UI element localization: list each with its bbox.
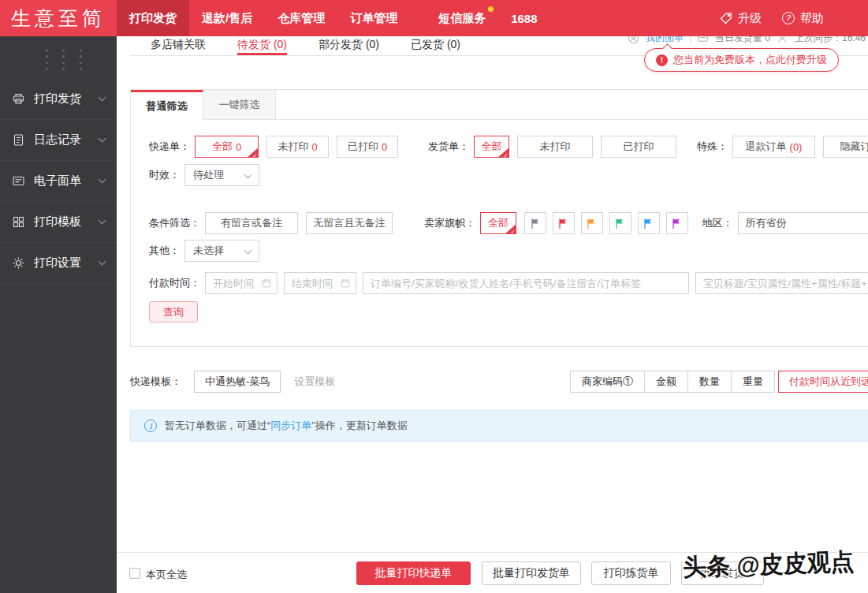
upgrade-notice[interactable]: ! 您当前为免费版本，点此付费升级 xyxy=(644,48,839,72)
batch-print-ship-button[interactable]: 批量打印发货单 xyxy=(482,561,581,585)
chevron-down-icon xyxy=(244,170,252,178)
select-all-checkbox[interactable] xyxy=(129,568,140,579)
sort-weight-button[interactable]: 重量 xyxy=(731,371,775,393)
chevron-down-icon xyxy=(99,94,106,102)
nav-sms-service[interactable]: 短信服务 xyxy=(426,0,498,36)
sort-payment-time-button[interactable]: 付款时间从近到远 xyxy=(778,371,868,393)
gear-icon xyxy=(12,256,25,270)
filter-row-other: 其他： 未选择 xyxy=(149,240,868,262)
refund-orders-button[interactable]: 退款订单(0) xyxy=(732,136,815,158)
no-message-button[interactable]: 无留言且无备注 xyxy=(306,212,393,234)
upgrade-label: 升级 xyxy=(738,11,762,26)
chevron-down-icon xyxy=(99,258,106,266)
condition-label: 条件筛选： xyxy=(149,216,200,230)
end-date-input[interactable] xyxy=(284,272,356,294)
tab-multi-shop[interactable]: 多店铺关联 xyxy=(151,36,206,55)
tab-quick-filter[interactable]: 一键筛选 xyxy=(203,90,276,120)
region-label: 地区： xyxy=(702,216,733,230)
nav-warehouse[interactable]: 仓库管理 xyxy=(265,0,337,36)
tab-partial-ship[interactable]: 部分发货 (0) xyxy=(319,36,379,55)
help-button[interactable]: ? 帮助 xyxy=(782,11,824,26)
has-message-button[interactable]: 有留言或备注 xyxy=(205,212,298,234)
chevron-down-icon xyxy=(99,176,106,184)
hidden-orders-button[interactable]: 隐藏订单(0) xyxy=(823,136,868,158)
help-label: 帮助 xyxy=(800,11,824,26)
nav-label: 短信服务 xyxy=(438,11,486,26)
app-window: 生意至简 打印发货 退款/售后 仓库管理 订单管理 短信服务 1688 升级 ?… xyxy=(0,0,868,593)
item-search-input[interactable] xyxy=(695,272,868,294)
flag-orange-button[interactable] xyxy=(581,212,603,234)
sidebar-item-print-settings[interactable]: 打印设置 xyxy=(0,243,117,284)
nav-print-ship[interactable]: 打印发货 xyxy=(117,0,189,36)
watermark: 头条 @皮皮观点 xyxy=(682,546,855,584)
sort-merchant-code-button[interactable]: 商家编码① xyxy=(570,371,645,393)
sort-amount-button[interactable]: 金额 xyxy=(644,371,688,393)
ship-sheet-label: 发货单： xyxy=(428,140,469,154)
sidebar-item-ewaybill[interactable]: 电子面单 xyxy=(0,161,117,202)
tag-icon xyxy=(720,12,732,24)
sidebar-item-print-template[interactable]: 打印模板 xyxy=(0,202,117,243)
order-search-input[interactable] xyxy=(363,272,689,294)
notification-dot-icon xyxy=(488,6,494,12)
filter-row-aging: 时效： 待处理 xyxy=(149,164,868,186)
aging-label: 时效： xyxy=(149,168,180,182)
flag-icon xyxy=(530,218,542,229)
region-input[interactable] xyxy=(738,212,868,234)
log-icon xyxy=(12,133,25,147)
sidebar-item-label: 电子面单 xyxy=(34,173,81,188)
nav-label: 仓库管理 xyxy=(278,11,325,26)
print-picking-button[interactable]: 打印拣货单 xyxy=(591,561,671,585)
flag-icon xyxy=(557,218,569,229)
tab-pending-ship[interactable]: 待发货 (0) xyxy=(237,36,287,55)
chevron-down-icon xyxy=(99,135,106,143)
sidebar-item-label: 打印发货 xyxy=(34,91,81,106)
upgrade-button[interactable]: 升级 xyxy=(720,11,762,26)
flag-icon xyxy=(614,218,626,229)
nav-label: 1688 xyxy=(511,12,537,25)
start-date-wrap xyxy=(205,272,278,294)
start-date-input[interactable] xyxy=(205,272,278,294)
filter-panel: 普通筛选 一键筛选 快递单： 全部0 未打印0 已打印0 发货单： 全部 未打印… xyxy=(130,89,868,347)
batch-print-express-button[interactable]: 批量打印快递单 xyxy=(356,561,471,585)
express-printed-button[interactable]: 已打印0 xyxy=(337,136,398,158)
sort-quantity-button[interactable]: 数量 xyxy=(687,371,732,393)
set-template-link[interactable]: 设置模板 xyxy=(294,375,335,389)
express-all-button[interactable]: 全部0 xyxy=(195,136,259,158)
ship-printed-button[interactable]: 已打印 xyxy=(601,136,676,158)
seller-flag-label: 卖家旗帜： xyxy=(424,216,475,230)
nav-1688[interactable]: 1688 xyxy=(498,0,549,36)
nav-order-manage[interactable]: 订单管理 xyxy=(337,0,410,36)
infobar-text-pre: 暂无订单数据，可通过“ xyxy=(165,420,270,431)
info-icon: i xyxy=(144,420,157,432)
filter-body: 快递单： 全部0 未打印0 已打印0 发货单： 全部 未打印 已打印 特殊： 退… xyxy=(131,120,868,347)
drag-dots-icon xyxy=(46,47,96,72)
flag-all-button[interactable]: 全部 xyxy=(480,212,516,234)
flag-purple-button[interactable] xyxy=(666,212,688,234)
ship-unprinted-button[interactable]: 未打印 xyxy=(517,136,593,158)
sync-orders-link[interactable]: 同步订单 xyxy=(270,420,311,431)
main-nav: 打印发货 退款/售后 仓库管理 订单管理 短信服务 1688 xyxy=(117,0,550,36)
tab-shipped[interactable]: 已发货 (0) xyxy=(411,36,460,55)
query-button[interactable]: 查询 xyxy=(149,301,198,323)
sidebar-item-print-ship[interactable]: 打印发货 xyxy=(0,79,117,120)
flag-gray-button[interactable] xyxy=(524,212,546,234)
flag-green-button[interactable] xyxy=(609,212,631,234)
express-unprinted-button[interactable]: 未打印0 xyxy=(266,136,329,158)
sidebar-item-log[interactable]: 日志记录 xyxy=(0,120,117,161)
tab-normal-filter[interactable]: 普通筛选 xyxy=(131,90,203,120)
ship-all-button[interactable]: 全部 xyxy=(474,136,509,158)
express-sheet-label: 快递单： xyxy=(149,140,190,154)
other-select[interactable]: 未选择 xyxy=(184,240,259,262)
nav-refund-aftersale[interactable]: 退款/售后 xyxy=(189,0,265,36)
aging-select[interactable]: 待处理 xyxy=(184,164,259,186)
upgrade-notice-text: 您当前为免费版本，点此付费升级 xyxy=(673,53,827,67)
express-template-toolbar: 快递模板： 中通热敏-菜鸟 设置模板 商家编码① 金额 数量 重量 付款时间从近… xyxy=(130,371,868,393)
flag-red-button[interactable] xyxy=(553,212,575,234)
flag-icon xyxy=(643,218,654,229)
waybill-icon xyxy=(12,174,25,188)
flag-blue-button[interactable] xyxy=(638,212,660,234)
brand-logo[interactable]: 生意至简 xyxy=(0,0,117,36)
empty-data-infobar: i 暂无订单数据，可通过“同步订单”操作，更新订单数据 xyxy=(130,410,868,442)
express-template-button[interactable]: 中通热敏-菜鸟 xyxy=(194,371,281,393)
infobar-text: 暂无订单数据，可通过“同步订单”操作，更新订单数据 xyxy=(165,419,408,433)
